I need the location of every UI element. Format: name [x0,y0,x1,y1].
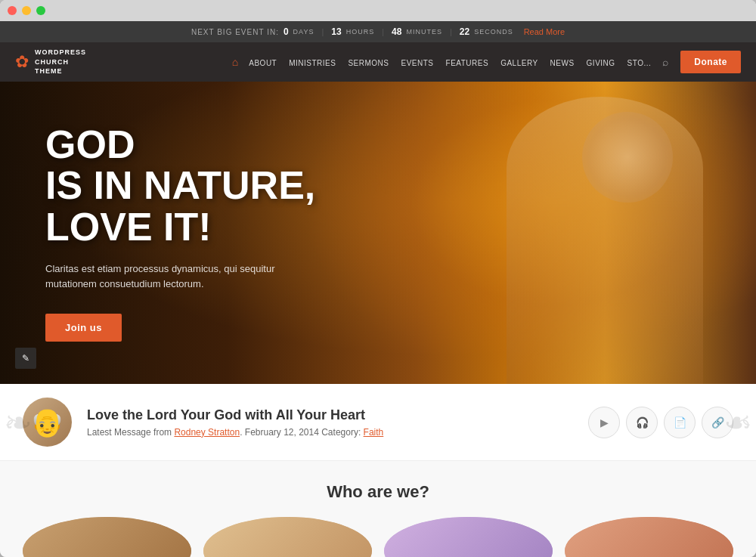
browser-titlebar [0,0,756,21]
hero-image [484,89,718,384]
message-title: Love the Lord Your God with All Your Hea… [87,407,573,423]
logo: ✿ WORDPRESS CHURCH THEME [15,48,86,76]
join-us-button[interactable]: Join us [45,314,122,342]
browser-window: NEXT BIG EVENT IN: 0 DAYS | 13 HOURS | 4… [0,0,756,557]
days-value: 0 [284,26,289,37]
minutes-value: 48 [392,26,401,37]
seconds-value: 22 [460,26,469,37]
nav-features[interactable]: FEATURES [441,56,494,70]
link-button[interactable]: 🔗 [702,407,733,438]
close-button[interactable] [8,6,17,15]
who-cards [23,517,733,557]
who-title: Who are we? [23,482,733,502]
edit-icon[interactable]: ✎ [15,348,36,369]
message-category-prefix: Category: [321,427,363,438]
donate-button[interactable]: Donate [680,51,741,73]
minimize-button[interactable] [22,6,31,15]
hero-title: GODIS IN NATURE,LOVE IT! [45,124,315,248]
nav-ministries[interactable]: MINISTRIES [284,56,341,70]
hours-value: 13 [331,26,341,37]
message-meta-prefix: Latest Message from [87,427,172,438]
who-card-2 [203,517,372,557]
logo-icon: ✿ [15,52,29,72]
maximize-button[interactable] [36,6,45,15]
nav-giving[interactable]: GIVING [581,56,621,70]
message-actions: ▶ 🎧 📄 🔗 [588,407,733,438]
message-category[interactable]: Faith [364,427,384,438]
read-more-link[interactable]: Read More [524,27,565,36]
nav-store[interactable]: STO... [622,56,657,70]
message-author[interactable]: Rodney Stratton [174,427,240,438]
nav-gallery[interactable]: GALLERY [495,56,543,70]
hero-content: GODIS IN NATURE,LOVE IT! Claritas est et… [0,124,361,342]
audio-button[interactable]: 🎧 [626,407,658,438]
nav-about[interactable]: ABOUT [243,56,282,70]
message-date: February 12, 2014 [245,427,319,438]
message-avatar: 👴 [23,398,72,447]
who-card-1 [23,517,191,557]
play-button[interactable]: ▶ [588,407,620,438]
message-info: Love the Lord Your God with All Your Hea… [87,407,573,438]
countdown-bar: NEXT BIG EVENT IN: 0 DAYS | 13 HOURS | 4… [0,21,756,42]
hero-section: GODIS IN NATURE,LOVE IT! Claritas est et… [0,82,756,384]
document-button[interactable]: 📄 [664,407,696,438]
nav-links: ABOUT MINISTRIES SERMONS EVENTS FEATURES… [243,55,656,69]
search-icon[interactable]: ⌕ [656,53,674,71]
hero-subtitle: Claritas est etiam processus dynamicus, … [45,261,302,293]
message-bar: ❧ ❧ 👴 Love the Lord Your God with All Yo… [0,384,756,461]
days-unit: DAYS [293,28,314,36]
main-nav: ✿ WORDPRESS CHURCH THEME ⌂ ABOUT MINISTR… [0,42,756,82]
nav-sermons[interactable]: SERMONS [342,56,394,70]
who-card-4 [565,517,733,557]
hours-unit: HOURS [346,28,375,36]
countdown-label: NEXT BIG EVENT IN: [191,28,279,36]
who-card-3 [384,517,553,557]
message-meta: Latest Message from Rodney Stratton. Feb… [87,427,573,438]
nav-events[interactable]: EVENTS [396,56,439,70]
logo-text: WORDPRESS CHURCH THEME [35,48,86,76]
browser-content: NEXT BIG EVENT IN: 0 DAYS | 13 HOURS | 4… [0,21,756,557]
nav-news[interactable]: NEWS [545,56,580,70]
seconds-unit: SECONDS [474,28,513,36]
home-icon[interactable]: ⌂ [227,53,243,71]
minutes-unit: MINUTES [406,28,442,36]
who-section: Who are we? [0,461,756,557]
